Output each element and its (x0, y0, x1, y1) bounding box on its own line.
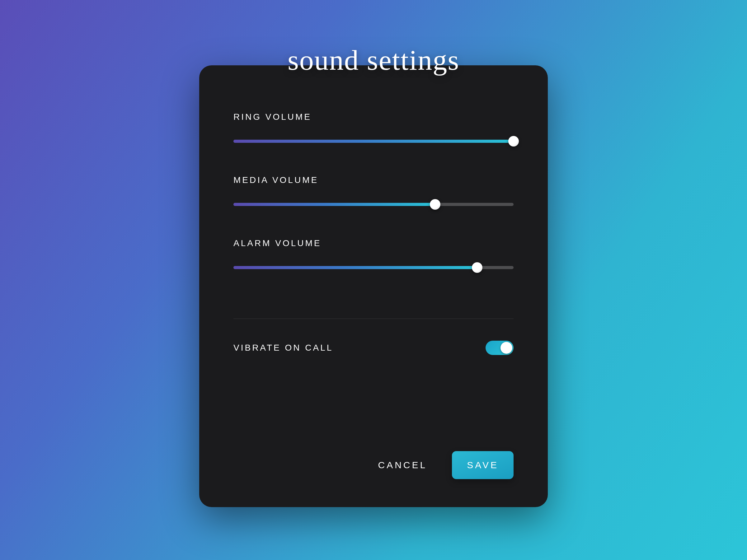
save-button[interactable]: SAVE (452, 451, 514, 479)
slider-fill (233, 203, 435, 206)
vibrate-row: VIBRATE ON CALL (233, 341, 514, 355)
settings-card: RING VOLUME MEDIA VOLUME ALARM VOLUME VI… (199, 65, 548, 507)
action-row: CANCEL SAVE (233, 451, 514, 479)
media-volume-group: MEDIA VOLUME (233, 175, 514, 209)
divider (233, 319, 514, 319)
slider-fill (233, 140, 514, 143)
toggle-knob (500, 342, 512, 354)
slider-thumb[interactable] (508, 136, 519, 146)
alarm-volume-group: ALARM VOLUME (233, 238, 514, 272)
page-title: sound settings (288, 44, 459, 77)
alarm-volume-label: ALARM VOLUME (233, 238, 514, 248)
media-volume-slider[interactable] (233, 200, 514, 209)
slider-thumb[interactable] (430, 199, 440, 210)
ring-volume-group: RING VOLUME (233, 112, 514, 145)
vibrate-toggle[interactable] (486, 341, 514, 355)
cancel-button[interactable]: CANCEL (375, 452, 430, 478)
slider-thumb[interactable] (472, 262, 483, 273)
slider-fill (233, 266, 477, 269)
ring-volume-label: RING VOLUME (233, 112, 514, 122)
alarm-volume-slider[interactable] (233, 263, 514, 272)
vibrate-label: VIBRATE ON CALL (233, 343, 333, 353)
ring-volume-slider[interactable] (233, 137, 514, 145)
media-volume-label: MEDIA VOLUME (233, 175, 514, 185)
